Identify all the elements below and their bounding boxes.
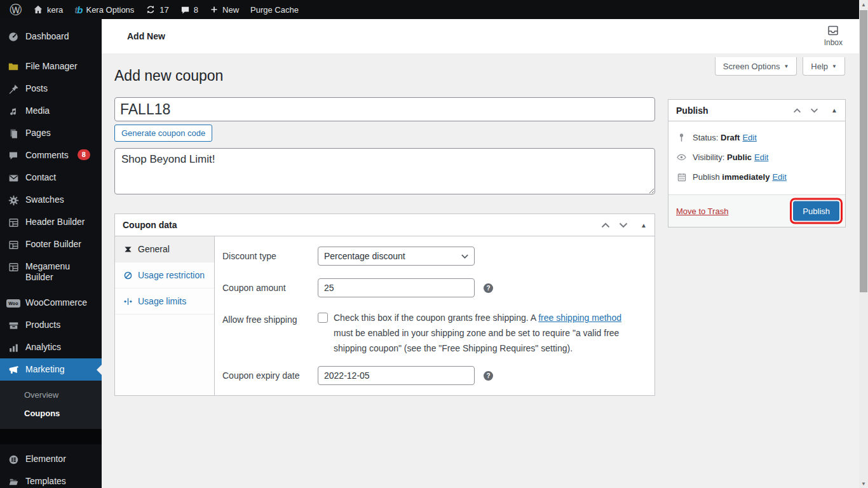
status-label: Status:: [693, 133, 718, 142]
elementor-icon: [8, 454, 19, 465]
coupon-general-icon: [123, 244, 133, 254]
sidebar-item-contact[interactable]: Contact: [0, 166, 102, 189]
coupon-code-input[interactable]: [114, 97, 655, 121]
page-scrollbar[interactable]: ▲ ▼: [859, 0, 868, 488]
builder-grid-icon: [8, 261, 19, 273]
sidebar-item-products[interactable]: Products: [0, 314, 102, 336]
sidebar-subitem-overview[interactable]: Overview: [0, 386, 102, 404]
visibility-edit-link[interactable]: Edit: [754, 152, 768, 162]
coupon-data-header[interactable]: Coupon data ▲: [115, 214, 654, 236]
publish-title: Publish: [676, 105, 709, 116]
move-to-trash-link[interactable]: Move to Trash: [676, 207, 728, 216]
free-shipping-method-link[interactable]: free shipping method: [538, 313, 621, 323]
sidebar-item-megamenu-builder[interactable]: Megamenu Builder: [0, 255, 102, 288]
move-up-button[interactable]: [792, 107, 803, 114]
comment-bubble-icon: [8, 150, 19, 161]
sidebar: Dashboard File Manager Posts Media Pages: [0, 19, 102, 488]
scrollbar-thumb[interactable]: [860, 10, 867, 292]
sidebar-item-marketing[interactable]: Marketing: [0, 358, 102, 381]
free-shipping-checkbox[interactable]: [318, 313, 328, 323]
coupon-description-textarea[interactable]: Shop Beyond Limit!: [114, 148, 655, 194]
site-menu[interactable]: kera: [27, 0, 69, 19]
scroll-up-icon[interactable]: ▲: [859, 0, 868, 9]
publish-footer: Move to Trash Publish: [668, 194, 845, 227]
chevron-down-icon: ▼: [832, 64, 837, 69]
publish-when-value: immediately: [722, 172, 770, 182]
comments-count-badge: 8: [78, 149, 90, 160]
megaphone-icon: [8, 364, 19, 376]
coupon-amount-input[interactable]: [318, 278, 475, 297]
expiry-date-input[interactable]: [318, 366, 475, 385]
main-content: Screen Options ▼ Help ▼ Add new coupon G…: [102, 53, 859, 488]
page-title: Add new coupon: [114, 67, 223, 85]
move-down-button[interactable]: [618, 221, 629, 229]
schedule-edit-link[interactable]: Edit: [772, 172, 786, 182]
home-icon: [33, 4, 43, 15]
sidebar-item-woocommerce[interactable]: Woo WooCommerce: [0, 292, 102, 314]
updates-menu[interactable]: 17: [140, 0, 174, 19]
new-menu[interactable]: New: [204, 0, 245, 19]
update-icon: [146, 4, 156, 15]
sidebar-item-posts[interactable]: Posts: [0, 78, 102, 100]
tab-general[interactable]: General: [115, 236, 214, 262]
collapse-toggle-icon[interactable]: ▲: [831, 107, 837, 114]
update-count: 17: [159, 5, 168, 15]
sidebar-item-label: Templates: [25, 475, 66, 487]
schedule-row: Publish immediatelyEdit: [676, 167, 837, 187]
pushpin-icon: [8, 83, 19, 95]
sidebar-item-comments[interactable]: Comments 8: [0, 144, 102, 166]
inbox-label: Inbox: [824, 38, 843, 47]
move-up-button[interactable]: [600, 221, 611, 229]
discount-type-select[interactable]: Percentage discount: [318, 247, 475, 266]
dashboard-icon: [8, 31, 19, 43]
publish-button[interactable]: Publish: [793, 201, 839, 221]
visibility-value: Public: [727, 152, 752, 162]
sidebar-item-footer-builder[interactable]: Footer Builder: [0, 233, 102, 255]
status-row: Status: DraftEdit: [676, 128, 837, 147]
sidebar-item-file-manager[interactable]: File Manager: [0, 55, 102, 78]
sidebar-item-label: Pages: [25, 127, 51, 139]
site-name: kera: [47, 5, 63, 15]
inbox-icon: [827, 24, 839, 37]
eye-icon: [676, 152, 687, 163]
subitem-label: Coupons: [24, 409, 60, 418]
sidebar-subitem-coupons[interactable]: Coupons: [0, 404, 102, 423]
sidebar-item-pages[interactable]: Pages: [0, 122, 102, 144]
scroll-down-icon[interactable]: ▼: [859, 479, 868, 488]
tab-usage-restriction[interactable]: Usage restriction: [115, 262, 214, 288]
sidebar-item-header-builder[interactable]: Header Builder: [0, 211, 102, 233]
kera-options-menu[interactable]: tb Kera Options: [69, 0, 140, 19]
sidebar-item-label: WooCommerce: [25, 297, 87, 308]
status-edit-link[interactable]: Edit: [742, 133, 756, 142]
new-label: New: [222, 5, 239, 15]
sidebar-item-dashboard[interactable]: Dashboard: [0, 25, 102, 48]
screen-options-button[interactable]: Screen Options ▼: [715, 57, 797, 76]
help-tip-icon[interactable]: ?: [484, 371, 493, 381]
admin-bar: Ⓦ kera tb Kera Options: [0, 0, 859, 19]
sidebar-item-swatches[interactable]: Swatches: [0, 189, 102, 211]
sidebar-item-analytics[interactable]: Analytics: [0, 336, 102, 358]
move-down-button[interactable]: [809, 107, 820, 114]
publish-header[interactable]: Publish ▲: [668, 100, 845, 121]
sidebar-separator: [0, 429, 102, 444]
sidebar-item-label: Analytics: [25, 341, 61, 353]
envelope-icon: [8, 172, 19, 184]
publish-body: Status: DraftEdit Visibility: PublicEdit…: [668, 121, 845, 194]
tab-usage-limits[interactable]: Usage limits: [115, 288, 214, 315]
wp-logo-menu[interactable]: Ⓦ: [4, 0, 27, 19]
generate-coupon-code-button[interactable]: Generate coupon code: [114, 125, 212, 142]
purge-cache-menu[interactable]: Purge Cache: [245, 0, 304, 19]
limits-icon: [123, 296, 133, 306]
help-tip-icon[interactable]: ?: [484, 283, 493, 293]
screen-options-label: Screen Options: [723, 62, 780, 71]
sidebar-item-elementor[interactable]: Elementor: [0, 448, 102, 470]
comments-menu[interactable]: 8: [175, 0, 204, 19]
help-button[interactable]: Help ▼: [803, 57, 845, 76]
coupon-general-form: Discount type Percentage discount Coupon…: [215, 236, 654, 395]
collapse-toggle-icon[interactable]: ▲: [641, 222, 647, 229]
publish-column: Publish ▲: [668, 99, 846, 227]
sidebar-item-media[interactable]: Media: [0, 100, 102, 122]
plus-icon: [210, 5, 219, 14]
sidebar-item-templates[interactable]: Templates: [0, 470, 102, 488]
inbox-button[interactable]: Inbox: [824, 24, 843, 47]
